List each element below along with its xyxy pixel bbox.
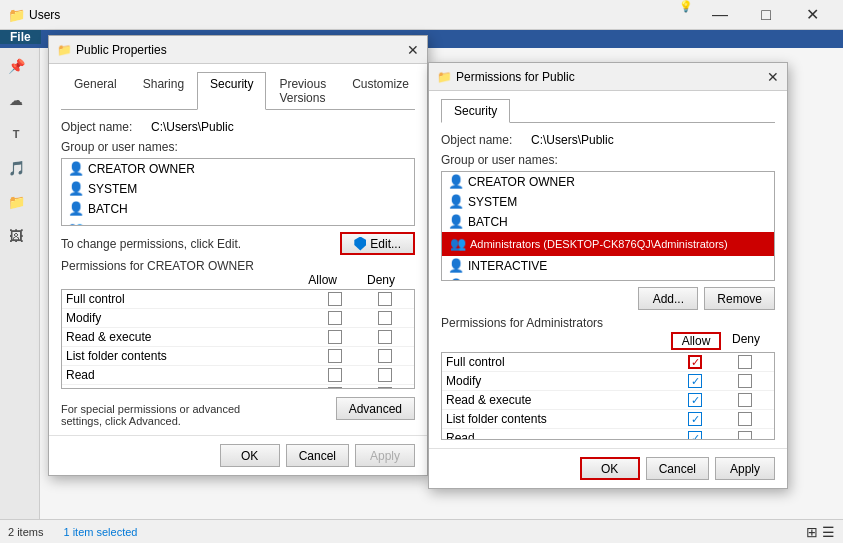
admin-allow-listfolder-checkbox[interactable] [688, 412, 702, 426]
object-name-value: C:\Users\Public [151, 120, 234, 134]
admin-modify-deny[interactable] [720, 374, 770, 388]
list-item-system[interactable]: 👤 SYSTEM [62, 179, 414, 199]
admin-readexecute-label: Read & execute [446, 393, 670, 407]
perm-list-item-batch[interactable]: 👤 BATCH [442, 212, 774, 232]
object-name-label: Object name: [61, 120, 151, 134]
allow-write-checkbox[interactable] [328, 387, 342, 389]
admin-listfolder-deny[interactable] [720, 412, 770, 426]
admin-deny-fullcontrol-checkbox[interactable] [738, 355, 752, 369]
permissions-user-list[interactable]: 👤 CREATOR OWNER 👤 SYSTEM 👤 BATCH 👥 Admin… [441, 171, 775, 281]
deny-fullcontrol-checkbox[interactable] [378, 292, 392, 306]
tab-customize[interactable]: Customize [339, 72, 422, 110]
admin-deny-listfolder-checkbox[interactable] [738, 412, 752, 426]
deny-write-checkbox[interactable] [378, 387, 392, 389]
perm-listfolder-deny[interactable] [360, 349, 410, 363]
list-view-icon[interactable]: ☰ [822, 524, 835, 540]
perm-read-allow[interactable] [310, 368, 360, 382]
admin-allow-modify-checkbox[interactable] [688, 374, 702, 388]
admin-perms-list[interactable]: Full control Modify Read & execute [441, 352, 775, 440]
deny-modify-checkbox[interactable] [378, 311, 392, 325]
perm-write-deny[interactable] [360, 387, 410, 389]
list-item-batch[interactable]: 👤 BATCH [62, 199, 414, 219]
admin-deny-modify-checkbox[interactable] [738, 374, 752, 388]
sidebar-folder-icon[interactable]: 📁 [0, 186, 32, 218]
perm-creator-owner-icon: 👤 [448, 174, 464, 190]
sidebar-music-icon[interactable]: 🎵 [0, 152, 32, 184]
permissions-list-box[interactable]: Full control Modify Read & execute List … [61, 289, 415, 389]
bg-maximize-btn[interactable]: □ [743, 0, 789, 30]
admin-fullcontrol-allow[interactable] [670, 355, 720, 369]
quick-help-icon[interactable]: 💡 [679, 0, 693, 30]
tab-previous-versions[interactable]: Previous Versions [266, 72, 339, 110]
tab-sharing[interactable]: Sharing [130, 72, 197, 110]
admin-listfolder-allow[interactable] [670, 412, 720, 426]
deny-readexecute-checkbox[interactable] [378, 330, 392, 344]
bg-close-btn[interactable]: ✕ [789, 0, 835, 30]
perm-list-item-interactive[interactable]: 👤 INTERACTIVE [442, 256, 774, 276]
apply-btn[interactable]: Apply [355, 444, 415, 467]
allow-readexecute-checkbox[interactable] [328, 330, 342, 344]
perm-listfolder-allow[interactable] [310, 349, 360, 363]
perm-list-item-admins[interactable]: 👥 Administrators (DESKTOP-CK876QJ\Admini… [442, 232, 774, 256]
permissions-tab-security[interactable]: Security [441, 99, 510, 123]
perm-modify-deny[interactable] [360, 311, 410, 325]
permissions-close-btn[interactable]: ✕ [759, 63, 787, 91]
perm-fullcontrol-allow[interactable] [310, 292, 360, 306]
bg-minimize-btn[interactable]: — [697, 0, 743, 30]
admin-read-deny[interactable] [720, 431, 770, 440]
admin-deny-read-checkbox[interactable] [738, 431, 752, 440]
sidebar-text-icon[interactable]: T [0, 118, 32, 150]
perm-read-deny[interactable] [360, 368, 410, 382]
perm-list-item-service[interactable]: 👤 SERVICE [442, 276, 774, 281]
admin-allow-read-checkbox[interactable] [688, 431, 702, 440]
allow-fullcontrol-checkbox[interactable] [328, 292, 342, 306]
ok-btn[interactable]: OK [220, 444, 280, 467]
sidebar-img-icon[interactable]: 🖼 [0, 220, 32, 252]
admin-readexecute-allow[interactable] [670, 393, 720, 407]
perm-readexecute-deny[interactable] [360, 330, 410, 344]
user-list-box[interactable]: 👤 CREATOR OWNER 👤 SYSTEM 👤 BATCH 👥 Admin… [61, 158, 415, 226]
admin-deny-readexecute-checkbox[interactable] [738, 393, 752, 407]
perm-batch-icon: 👤 [448, 214, 464, 230]
sidebar-cloud-icon[interactable]: ☁ [0, 84, 32, 116]
permissions-cancel-btn[interactable]: Cancel [646, 457, 709, 480]
allow-listfolder-checkbox[interactable] [328, 349, 342, 363]
perm-list-item-creator-owner[interactable]: 👤 CREATOR OWNER [442, 172, 774, 192]
perm-fullcontrol-deny[interactable] [360, 292, 410, 306]
admin-readexecute-deny[interactable] [720, 393, 770, 407]
tab-security[interactable]: Security [197, 72, 266, 110]
public-properties-dialog: 📁 Public Properties ✕ General Sharing Se… [48, 35, 428, 476]
admin-allow-fullcontrol-checkbox[interactable] [688, 355, 702, 369]
sidebar-pin-icon[interactable]: 📌 [0, 50, 32, 82]
admin-modify-allow[interactable] [670, 374, 720, 388]
permissions-apply-btn[interactable]: Apply [715, 457, 775, 480]
system-icon: 👤 [68, 181, 84, 197]
file-tab[interactable]: File [0, 30, 41, 44]
cancel-btn[interactable]: Cancel [286, 444, 349, 467]
perm-system-label: SYSTEM [468, 195, 517, 209]
perm-list-item-system[interactable]: 👤 SYSTEM [442, 192, 774, 212]
admin-perm-readexecute: Read & execute [442, 391, 774, 410]
allow-read-checkbox[interactable] [328, 368, 342, 382]
admin-fullcontrol-deny[interactable] [720, 355, 770, 369]
perm-write-allow[interactable] [310, 387, 360, 389]
admin-allow-readexecute-checkbox[interactable] [688, 393, 702, 407]
public-props-close-btn[interactable]: ✕ [399, 36, 427, 64]
edit-btn[interactable]: Edit... [340, 232, 415, 255]
allow-modify-checkbox[interactable] [328, 311, 342, 325]
perm-readexecute-allow[interactable] [310, 330, 360, 344]
deny-listfolder-checkbox[interactable] [378, 349, 392, 363]
add-btn[interactable]: Add... [638, 287, 698, 310]
perm-modify-allow[interactable] [310, 311, 360, 325]
remove-btn[interactable]: Remove [704, 287, 775, 310]
admin-read-allow[interactable] [670, 431, 720, 440]
tab-general[interactable]: General [61, 72, 130, 110]
list-item-admins[interactable]: 👥 Administrators (DESKTOP-CK876O\Adminis… [62, 219, 414, 226]
permissions-ok-btn[interactable]: OK [580, 457, 640, 480]
admin-perms-label: Permissions for Administrators [441, 316, 603, 330]
grid-view-icon[interactable]: ⊞ [806, 524, 818, 540]
advanced-btn[interactable]: Advanced [336, 397, 415, 420]
deny-read-checkbox[interactable] [378, 368, 392, 382]
admin-listfolder-label: List folder contents [446, 412, 670, 426]
list-item-creator-owner[interactable]: 👤 CREATOR OWNER [62, 159, 414, 179]
